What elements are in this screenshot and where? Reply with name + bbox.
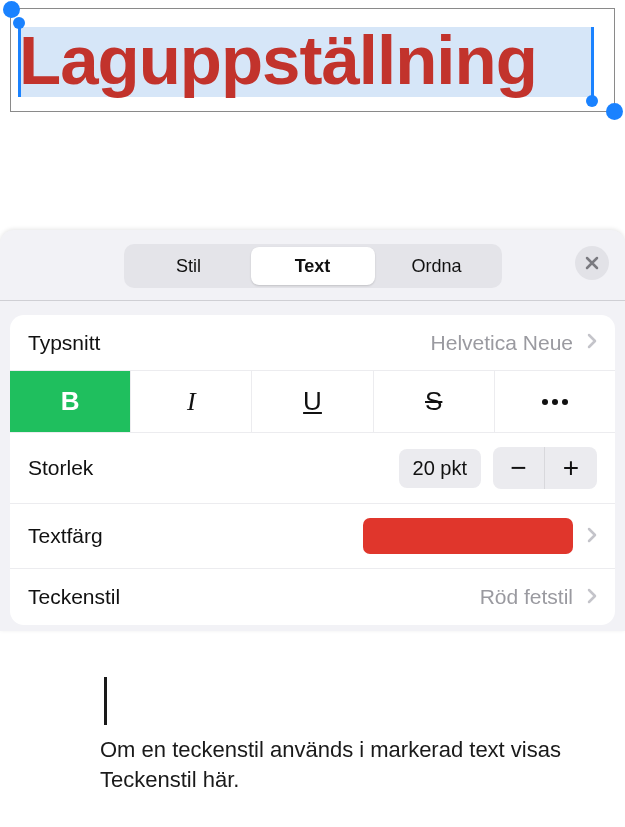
character-style-value-text: Röd fetstil (480, 585, 573, 609)
font-value: Helvetica Neue (431, 331, 597, 355)
selection-handle-bottom-right[interactable] (606, 103, 623, 120)
text-box-container: Laguppställning (0, 0, 625, 112)
svg-point-0 (542, 399, 548, 405)
chevron-right-icon (587, 525, 597, 548)
color-swatch[interactable] (363, 518, 573, 554)
chevron-right-icon (587, 331, 597, 354)
character-style-value: Röd fetstil (480, 585, 597, 609)
character-style-row[interactable]: Teckenstil Röd fetstil (10, 569, 615, 625)
panel-header: Stil Text Ordna (0, 230, 625, 301)
size-controls: 20 pkt − + (399, 447, 597, 489)
format-panel: Stil Text Ordna Typsnitt Helvetica Neue … (0, 230, 625, 631)
tab-style[interactable]: Stil (127, 247, 251, 285)
text-style-buttons: B I U S (10, 371, 615, 433)
more-options-button[interactable] (495, 371, 615, 432)
callout-line (104, 677, 107, 725)
strikethrough-button[interactable]: S (374, 371, 495, 432)
size-decrease-button[interactable]: − (493, 447, 545, 489)
segmented-control: Stil Text Ordna (124, 244, 502, 288)
size-row: Storlek 20 pkt − + (10, 433, 615, 504)
italic-button[interactable]: I (131, 371, 252, 432)
text-color-label: Textfärg (28, 524, 103, 548)
font-label: Typsnitt (28, 331, 100, 355)
text-color-value (363, 518, 597, 554)
text-content[interactable]: Laguppställning (19, 21, 537, 100)
size-label: Storlek (28, 456, 93, 480)
size-value-box[interactable]: 20 pkt (399, 449, 481, 488)
chevron-right-icon (587, 586, 597, 609)
tab-text[interactable]: Text (251, 247, 375, 285)
character-style-label: Teckenstil (28, 585, 120, 609)
callout-text: Om en teckenstil används i markerad text… (100, 735, 580, 794)
format-card: Typsnitt Helvetica Neue B I U S Storlek … (10, 315, 615, 625)
size-stepper: − + (493, 447, 597, 489)
ellipsis-icon (541, 398, 569, 406)
tab-arrange[interactable]: Ordna (375, 247, 499, 285)
text-color-row[interactable]: Textfärg (10, 504, 615, 569)
font-value-text: Helvetica Neue (431, 331, 573, 355)
svg-point-1 (552, 399, 558, 405)
selection-caret-end[interactable] (591, 27, 594, 97)
underline-button[interactable]: U (252, 371, 373, 432)
bold-button[interactable]: B (10, 371, 131, 432)
text-box[interactable]: Laguppställning (10, 8, 615, 112)
close-button[interactable] (575, 246, 609, 280)
selection-caret-start[interactable] (18, 27, 21, 97)
svg-point-2 (562, 399, 568, 405)
font-row[interactable]: Typsnitt Helvetica Neue (10, 315, 615, 371)
size-increase-button[interactable]: + (545, 447, 597, 489)
close-icon (585, 256, 599, 270)
selection-handle-top-left[interactable] (3, 1, 20, 18)
